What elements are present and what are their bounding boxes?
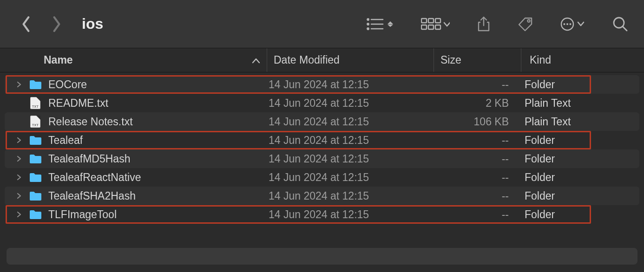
cell-name: TealeafReactNative bbox=[5, 171, 267, 184]
svg-marker-6 bbox=[388, 21, 393, 24]
cell-date: 14 Jun 2024 at 12:15 bbox=[267, 97, 434, 110]
file-row[interactable]: Tealeaf14 Jun 2024 at 12:15--Folder bbox=[5, 131, 639, 149]
toolbar-actions bbox=[366, 16, 628, 32]
folder-icon bbox=[29, 153, 42, 165]
cell-date: 14 Jun 2024 at 12:15 bbox=[267, 116, 434, 128]
column-headers: Name Date Modified Size Kind bbox=[0, 48, 644, 72]
cell-size: 106 KB bbox=[434, 116, 521, 128]
cell-kind: Folder bbox=[521, 171, 639, 184]
cell-name: README.txt bbox=[5, 97, 267, 110]
file-row[interactable]: README.txt14 Jun 2024 at 12:152 KBPlain … bbox=[5, 94, 639, 112]
cell-kind: Folder bbox=[521, 153, 639, 165]
cell-size: -- bbox=[434, 171, 521, 184]
cell-name: TLFImageTool bbox=[5, 208, 267, 221]
cell-date: 14 Jun 2024 at 12:15 bbox=[267, 208, 434, 221]
cell-kind: Folder bbox=[521, 190, 639, 202]
cell-name: TealeafSHA2Hash bbox=[5, 190, 267, 202]
disclosure-icon[interactable] bbox=[15, 155, 23, 162]
file-name: EOCore bbox=[48, 78, 87, 91]
txt-file-icon bbox=[29, 116, 42, 128]
svg-rect-12 bbox=[428, 25, 434, 29]
cell-name: Release Notes.txt bbox=[5, 116, 267, 128]
file-name: TealeafReactNative bbox=[48, 171, 141, 184]
svg-point-17 bbox=[564, 23, 565, 25]
txt-file-icon bbox=[29, 97, 42, 109]
cell-date: 14 Jun 2024 at 12:15 bbox=[267, 78, 434, 91]
search-button[interactable] bbox=[612, 16, 628, 32]
svg-point-2 bbox=[367, 23, 368, 25]
cell-size: -- bbox=[434, 208, 521, 221]
view-list-button[interactable] bbox=[366, 17, 394, 31]
nav-buttons bbox=[20, 15, 62, 33]
cell-size: -- bbox=[434, 153, 521, 165]
disclosure-icon[interactable] bbox=[15, 174, 23, 181]
cell-date: 14 Jun 2024 at 12:15 bbox=[267, 153, 434, 165]
cell-date: 14 Jun 2024 at 12:15 bbox=[267, 171, 434, 184]
cell-date: 14 Jun 2024 at 12:15 bbox=[267, 190, 434, 202]
cell-name: Tealeaf bbox=[5, 134, 267, 147]
cell-date: 14 Jun 2024 at 12:15 bbox=[267, 134, 434, 147]
svg-rect-10 bbox=[435, 19, 440, 23]
folder-icon bbox=[29, 134, 42, 146]
path-bar[interactable] bbox=[7, 248, 637, 265]
cell-kind: Folder bbox=[521, 208, 639, 221]
tags-button[interactable] bbox=[518, 17, 533, 32]
cell-size: -- bbox=[434, 78, 521, 91]
file-row[interactable]: TealeafSHA2Hash14 Jun 2024 at 12:15--Fol… bbox=[5, 187, 639, 205]
disclosure-icon[interactable] bbox=[15, 137, 23, 143]
svg-point-4 bbox=[367, 28, 368, 29]
cell-size: -- bbox=[434, 134, 521, 147]
cell-kind: Folder bbox=[521, 134, 639, 147]
share-button[interactable] bbox=[477, 16, 491, 32]
folder-icon bbox=[29, 78, 42, 91]
file-name: TLFImageTool bbox=[48, 208, 117, 221]
column-header-date[interactable]: Date Modified bbox=[267, 48, 434, 72]
folder-icon bbox=[29, 208, 42, 220]
column-header-size[interactable]: Size bbox=[434, 48, 521, 72]
file-row[interactable]: TealeafReactNative14 Jun 2024 at 12:15--… bbox=[5, 168, 639, 187]
disclosure-icon[interactable] bbox=[15, 211, 23, 218]
group-button[interactable] bbox=[421, 17, 450, 31]
svg-line-21 bbox=[623, 26, 627, 31]
disclosure-icon[interactable] bbox=[15, 81, 23, 88]
file-name: Tealeaf bbox=[48, 134, 83, 147]
svg-rect-9 bbox=[428, 19, 434, 23]
finder-window: ios bbox=[0, 0, 644, 272]
back-button[interactable] bbox=[20, 15, 32, 33]
file-row[interactable]: EOCore14 Jun 2024 at 12:15--Folder bbox=[5, 75, 639, 94]
column-header-kind[interactable]: Kind bbox=[521, 48, 644, 72]
svg-point-0 bbox=[367, 19, 368, 20]
column-label: Size bbox=[440, 54, 461, 66]
column-label: Name bbox=[44, 54, 73, 66]
cell-kind: Folder bbox=[521, 78, 639, 91]
cell-kind: Plain Text bbox=[521, 116, 639, 128]
svg-point-18 bbox=[566, 23, 568, 25]
cell-name: EOCore bbox=[5, 78, 267, 91]
action-menu-button[interactable] bbox=[560, 17, 585, 32]
svg-point-19 bbox=[570, 23, 572, 25]
sort-indicator-icon bbox=[252, 54, 260, 66]
svg-marker-7 bbox=[388, 24, 393, 26]
file-list: EOCore14 Jun 2024 at 12:15--FolderREADME… bbox=[0, 72, 644, 241]
folder-icon bbox=[29, 171, 42, 183]
column-label: Kind bbox=[530, 54, 551, 66]
file-name: TealeafMD5Hash bbox=[48, 153, 130, 165]
svg-point-15 bbox=[527, 19, 530, 22]
file-row[interactable]: TLFImageTool14 Jun 2024 at 12:15--Folder bbox=[5, 205, 639, 224]
cell-kind: Plain Text bbox=[521, 97, 639, 110]
svg-rect-13 bbox=[435, 25, 440, 29]
disclosure-icon[interactable] bbox=[15, 193, 23, 199]
file-row[interactable]: TealeafMD5Hash14 Jun 2024 at 12:15--Fold… bbox=[5, 149, 639, 168]
file-row[interactable]: Release Notes.txt14 Jun 2024 at 12:15106… bbox=[5, 112, 639, 131]
cell-size: -- bbox=[434, 190, 521, 202]
column-header-name[interactable]: Name bbox=[0, 48, 267, 72]
file-name: Release Notes.txt bbox=[48, 116, 133, 128]
svg-rect-8 bbox=[421, 19, 427, 23]
forward-button[interactable] bbox=[51, 15, 62, 33]
window-title: ios bbox=[82, 15, 103, 32]
column-label: Date Modified bbox=[274, 54, 340, 66]
file-name: TealeafSHA2Hash bbox=[48, 190, 136, 202]
cell-name: TealeafMD5Hash bbox=[5, 153, 267, 165]
cell-size: 2 KB bbox=[434, 97, 521, 110]
folder-icon bbox=[29, 190, 42, 202]
